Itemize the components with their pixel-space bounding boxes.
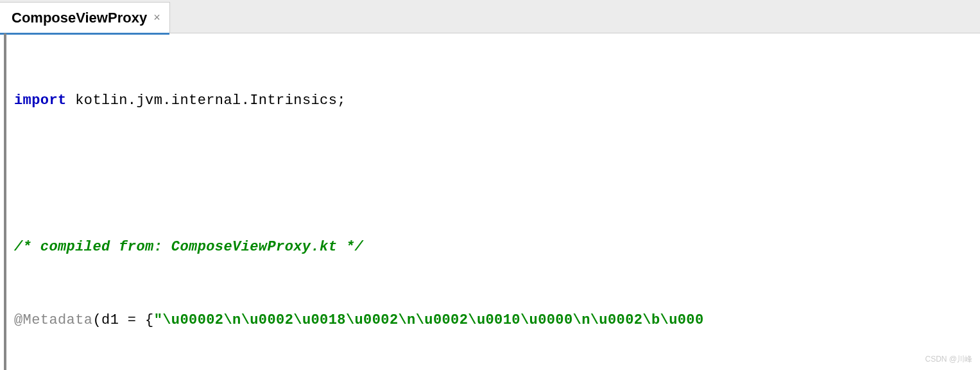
watermark: CSDN @川峰	[925, 354, 972, 365]
code-line: import kotlin.jvm.internal.Intrinsics;	[6, 89, 980, 113]
string-literal: "\u00002\n\u0002\u0018\u0002\n\u0002\u00…	[154, 308, 704, 333]
code-line	[6, 162, 980, 186]
code-text: (d1 = {	[92, 308, 153, 333]
code-text: kotlin.jvm.internal.Intrinsics;	[67, 89, 346, 113]
keyword: import	[14, 89, 67, 113]
code-editor[interactable]: import kotlin.jvm.internal.Intrinsics; /…	[4, 33, 980, 370]
close-icon[interactable]: ×	[153, 11, 160, 24]
editor-tab[interactable]: ComposeViewProxy ×	[0, 2, 170, 33]
tab-title: ComposeViewProxy	[12, 10, 147, 26]
code-line: @Metadata(d1 = {"\u00002\n\u0002\u0018\u…	[6, 308, 980, 333]
tab-bar: ComposeViewProxy ×	[0, 0, 980, 33]
comment: /* compiled from: ComposeViewProxy.kt */	[14, 235, 363, 260]
code-line: /* compiled from: ComposeViewProxy.kt */	[6, 235, 980, 260]
annotation: @Metadata	[14, 308, 92, 333]
